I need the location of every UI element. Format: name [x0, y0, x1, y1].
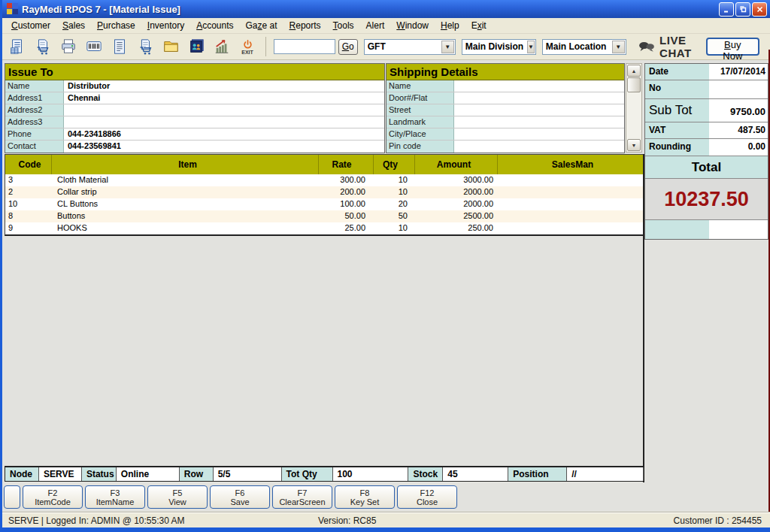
status-label-row: Row: [180, 467, 214, 481]
sales-cart-icon[interactable]: [32, 35, 53, 58]
printer-icon[interactable]: [58, 35, 79, 58]
field-label: Phone: [5, 128, 64, 140]
field-label: Landmark: [387, 116, 454, 128]
purchase-cart-icon[interactable]: [135, 35, 156, 58]
table-row[interactable]: 2Collar strip200.00102000.00: [5, 186, 644, 198]
chevron-down-icon[interactable]: ▼: [527, 41, 535, 53]
table-row[interactable]: 9HOOKS25.0010250.00: [5, 222, 644, 234]
chevron-down-icon[interactable]: ▼: [441, 41, 454, 53]
fkey-blank-button[interactable]: [4, 485, 20, 509]
fkey-f5-view[interactable]: F5View: [147, 485, 208, 509]
location-select[interactable]: Main Location▼: [542, 39, 626, 55]
fkey-label: Save: [230, 497, 249, 506]
ledger-icon[interactable]: [7, 35, 28, 58]
issue-to-row-address3: Address3: [5, 116, 384, 128]
table-cell: [498, 186, 644, 198]
fkey-key: F12: [420, 488, 435, 497]
table-cell: 2000.00: [415, 198, 498, 210]
barcode-icon[interactable]: [83, 35, 105, 58]
shipping-scrollbar[interactable]: ▲ ▼: [626, 63, 642, 153]
live-chat[interactable]: LIVE CHAT: [638, 34, 706, 59]
field-value[interactable]: 044-23418866: [64, 128, 384, 140]
table-cell: 10: [374, 174, 415, 186]
field-value[interactable]: [64, 104, 384, 116]
column-header-amount[interactable]: Amount: [415, 155, 498, 174]
fkey-f3-itemname[interactable]: F3ItemName: [85, 485, 145, 509]
column-header-rate[interactable]: Rate: [319, 155, 374, 174]
table-cell: [498, 198, 644, 210]
fkey-label: Close: [417, 497, 438, 506]
toolbar-icons: EXIT: [2, 35, 258, 58]
menu-help[interactable]: Help: [435, 19, 465, 32]
fkey-f6-save[interactable]: F6Save: [210, 485, 270, 509]
restore-button[interactable]: [735, 2, 750, 17]
field-value[interactable]: Chennai: [64, 92, 384, 104]
search-input[interactable]: [274, 39, 335, 54]
menu-alert[interactable]: Alert: [360, 19, 391, 32]
column-header-salesman[interactable]: SalesMan: [498, 155, 644, 174]
table-cell: HOOKS: [52, 222, 319, 234]
table-row[interactable]: 3Cloth Material300.00103000.00: [5, 174, 644, 186]
column-header-item[interactable]: Item: [52, 155, 319, 174]
field-value[interactable]: 044-23569841: [64, 141, 384, 153]
field-value[interactable]: [454, 104, 624, 116]
field-value[interactable]: Distributor: [64, 80, 384, 92]
table-row[interactable]: 8Buttons50.00502500.00: [5, 210, 644, 222]
table-cell: 10: [374, 222, 415, 234]
close-button[interactable]: [752, 2, 767, 17]
column-header-code[interactable]: Code: [5, 155, 52, 174]
fkey-label: View: [168, 497, 186, 506]
table-cell: CL Buttons: [52, 198, 319, 210]
folder-icon[interactable]: [160, 35, 181, 58]
function-key-bar: F2ItemCodeF3ItemNameF5ViewF6SaveF7ClearS…: [4, 485, 457, 509]
field-value[interactable]: [454, 116, 624, 128]
table-cell: [498, 222, 644, 234]
menu-reports[interactable]: Reports: [283, 19, 327, 32]
exit-icon-label: EXIT: [241, 50, 253, 55]
menu-inventory[interactable]: Inventory: [141, 19, 190, 32]
table-cell: 200.00: [319, 186, 374, 198]
status-value-status: Online: [117, 467, 180, 481]
field-value[interactable]: [454, 92, 624, 104]
buy-now-button[interactable]: Buy Now: [706, 38, 759, 56]
menu-window[interactable]: Window: [390, 19, 435, 32]
menu-purchase[interactable]: Purchase: [91, 19, 141, 32]
minimize-button[interactable]: [719, 2, 734, 17]
table-cell: 50.00: [319, 210, 374, 222]
go-button[interactable]: Go: [338, 39, 358, 55]
scroll-up-icon[interactable]: ▲: [627, 65, 641, 77]
scroll-down-icon[interactable]: ▼: [627, 139, 641, 151]
menu-gaze-at[interactable]: Gaze at: [240, 19, 283, 32]
column-header-qty[interactable]: Qty: [374, 155, 415, 174]
field-value[interactable]: [454, 141, 624, 153]
status-value-position: //: [567, 467, 644, 481]
chart-icon[interactable]: [211, 35, 232, 58]
contacts-icon[interactable]: [186, 35, 207, 58]
statusbar-login: SERVE | Logged In: ADMIN @ 10:55:30 AM: [2, 515, 318, 526]
field-value[interactable]: [64, 116, 384, 128]
field-value[interactable]: [454, 128, 624, 140]
company-select[interactable]: GFT▼: [364, 39, 456, 55]
menu-sales[interactable]: Sales: [56, 19, 91, 32]
exit-icon[interactable]: EXIT: [237, 35, 258, 58]
table-cell: 2500.00: [415, 210, 498, 222]
table-right-divider: [643, 154, 644, 482]
menu-customer[interactable]: Customer: [5, 19, 56, 32]
fkey-f7-clearscreen[interactable]: F7ClearScreen: [272, 485, 332, 509]
field-value[interactable]: [454, 80, 624, 92]
menu-tools[interactable]: Tools: [327, 19, 360, 32]
fkey-f12-close[interactable]: F12Close: [397, 485, 457, 509]
field-label: Contact: [5, 141, 64, 153]
chevron-down-icon[interactable]: ▼: [612, 41, 625, 53]
fkey-f2-itemcode[interactable]: F2ItemCode: [23, 485, 83, 509]
fkey-f8-key-set[interactable]: F8Key Set: [335, 485, 395, 509]
table-cell: 10: [5, 198, 52, 210]
menu-exit[interactable]: Exit: [465, 19, 493, 32]
location-select-value: Main Location: [543, 41, 611, 52]
table-row[interactable]: 10CL Buttons100.00202000.00: [5, 198, 644, 210]
division-select[interactable]: Main Division▼: [462, 39, 536, 55]
field-label: Address3: [5, 116, 64, 128]
invoice-icon[interactable]: [109, 35, 130, 58]
scrollbar-thumb[interactable]: [627, 77, 641, 92]
menu-accounts[interactable]: Accounts: [190, 19, 239, 32]
